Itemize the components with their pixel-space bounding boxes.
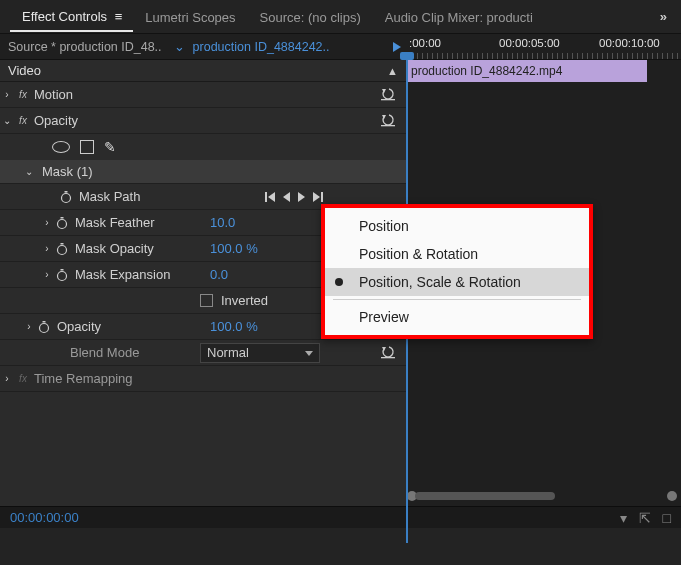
collapse-up-icon[interactable]: ▲	[387, 65, 398, 77]
property-label: Motion	[32, 87, 73, 102]
timeline-clip[interactable]: production ID_4884242.mp4	[407, 60, 647, 82]
overflow-tabs-icon[interactable]: »	[656, 9, 671, 24]
settings-icon[interactable]: □	[663, 510, 671, 526]
property-value[interactable]: 100.0 %	[200, 241, 258, 256]
panel-footer: 00:00:00:00 ▾ ⇱ □	[0, 506, 681, 528]
current-timecode[interactable]: 00:00:00:00	[10, 510, 79, 525]
svg-rect-15	[381, 357, 395, 358]
stopwatch-icon[interactable]	[36, 319, 52, 335]
toggle-pin-icon[interactable]: ⇱	[639, 510, 651, 526]
stopwatch-icon[interactable]	[58, 189, 74, 205]
chevron-right-icon[interactable]: ›	[40, 269, 54, 280]
row-opacity-section[interactable]: ⌄ fx Opacity	[0, 108, 406, 134]
svg-rect-10	[61, 269, 64, 271]
row-blend-mode[interactable]: Blend Mode Normal	[0, 340, 406, 366]
row-motion[interactable]: › fx Motion	[0, 82, 406, 108]
svg-point-7	[58, 245, 67, 254]
pen-mask-icon[interactable]: ✎	[104, 139, 114, 155]
video-section-header[interactable]: Video ▲	[0, 60, 406, 82]
svg-rect-0	[381, 99, 395, 100]
clip-label: production ID_4884242.mp4	[411, 64, 562, 78]
property-label: Inverted	[219, 293, 268, 308]
tab-label: Effect Controls	[22, 9, 107, 24]
ruler-timecode: 00:00:10:00	[599, 37, 660, 49]
row-time-remapping[interactable]: › fx Time Remapping	[0, 366, 406, 392]
property-value[interactable]: 100.0 %	[200, 319, 258, 334]
reset-effect-icon[interactable]	[380, 88, 398, 102]
chevron-right-icon[interactable]: ›	[40, 217, 54, 228]
svg-point-9	[58, 271, 67, 280]
ellipse-mask-icon[interactable]	[52, 141, 70, 153]
zoom-scroll-thumb[interactable]	[415, 492, 555, 500]
source-clip-name[interactable]: production ID_4884242..	[189, 40, 387, 54]
mask-tracking-controls	[268, 192, 398, 202]
track-backward-step-icon[interactable]	[268, 192, 275, 202]
timeline-ruler[interactable]: :00:00 00:00:05:00 00:00:10:00	[407, 34, 681, 59]
panel-menu-icon[interactable]: ≡	[115, 9, 122, 24]
rectangle-mask-icon[interactable]	[80, 140, 94, 154]
track-forward-icon[interactable]	[298, 192, 305, 202]
property-label: Mask Expansion	[73, 267, 170, 282]
stopwatch-icon[interactable]	[54, 241, 70, 257]
svg-rect-8	[61, 243, 64, 245]
property-label: Opacity	[32, 113, 78, 128]
property-label: Mask Feather	[73, 215, 154, 230]
play-icon[interactable]	[393, 42, 401, 52]
svg-rect-3	[65, 191, 68, 193]
source-breadcrumb: Source * production ID_48.. ⌄ production…	[0, 34, 407, 59]
tracking-method-context-menu: Position Position & Rotation Position, S…	[321, 204, 593, 339]
filter-icon[interactable]: ▾	[620, 510, 627, 526]
tab-source[interactable]: Source: (no clips)	[248, 2, 373, 31]
tab-audio-mixer[interactable]: Audio Clip Mixer: productior	[373, 2, 533, 31]
panel-tab-bar: Effect Controls ≡ Lumetri Scopes Source:…	[0, 0, 681, 34]
chevron-right-icon[interactable]: ›	[0, 89, 14, 100]
svg-rect-1	[381, 125, 395, 126]
mask-shape-toolbar: ✎	[0, 134, 406, 160]
ruler-timecode: 00:00:05:00	[499, 37, 560, 49]
inverted-checkbox[interactable]	[200, 294, 213, 307]
property-label: Mask Opacity	[73, 241, 154, 256]
fx-badge-icon[interactable]: fx	[14, 372, 32, 386]
chevron-down-icon[interactable]: ⌄	[22, 166, 36, 177]
playhead-handle-icon[interactable]	[400, 52, 414, 60]
property-value[interactable]: 0.0	[200, 267, 228, 282]
property-label: Mask Path	[77, 189, 140, 204]
dropdown-value: Normal	[207, 345, 249, 360]
track-backward-icon[interactable]	[283, 192, 290, 202]
source-master-name[interactable]: Source * production ID_48..	[0, 40, 170, 54]
chevron-right-icon[interactable]: ›	[22, 321, 36, 332]
menu-item-position[interactable]: Position	[325, 212, 589, 240]
track-forward-step-icon[interactable]	[313, 192, 320, 202]
menu-item-position-scale-rotation[interactable]: Position, Scale & Rotation	[325, 268, 589, 296]
chevron-right-icon[interactable]: ›	[40, 243, 54, 254]
stopwatch-icon[interactable]	[54, 215, 70, 231]
reset-effect-icon[interactable]	[380, 346, 398, 360]
svg-rect-6	[61, 217, 64, 219]
source-header-row: Source * production ID_48.. ⌄ production…	[0, 34, 681, 60]
fx-badge-icon[interactable]: fx	[14, 88, 32, 102]
chevron-right-icon[interactable]: ›	[0, 373, 14, 384]
reset-effect-icon[interactable]	[380, 114, 398, 128]
chevron-down-icon[interactable]: ⌄	[170, 39, 189, 54]
blend-mode-select[interactable]: Normal	[200, 343, 320, 363]
zoom-scroll-handle-right-icon[interactable]	[667, 491, 677, 501]
ruler-ticks	[407, 53, 681, 59]
menu-separator	[333, 299, 581, 300]
ruler-timecode: :00:00	[409, 37, 441, 49]
property-value[interactable]: 10.0	[200, 215, 235, 230]
chevron-down-icon[interactable]: ⌄	[0, 115, 14, 126]
tab-lumetri-scopes[interactable]: Lumetri Scopes	[133, 2, 247, 31]
svg-point-5	[58, 219, 67, 228]
property-label: Opacity	[55, 319, 101, 334]
menu-item-position-rotation[interactable]: Position & Rotation	[325, 240, 589, 268]
fx-badge-icon[interactable]: fx	[14, 114, 32, 128]
footer-icons: ▾ ⇱ □	[620, 510, 671, 526]
svg-point-12	[40, 323, 49, 332]
svg-point-2	[62, 193, 71, 202]
svg-rect-13	[43, 321, 46, 323]
section-label: Video	[8, 63, 41, 78]
stopwatch-icon[interactable]	[54, 267, 70, 283]
row-mask[interactable]: ⌄ Mask (1)	[0, 160, 406, 184]
menu-item-preview[interactable]: Preview	[325, 303, 589, 331]
tab-effect-controls[interactable]: Effect Controls ≡	[10, 1, 133, 32]
